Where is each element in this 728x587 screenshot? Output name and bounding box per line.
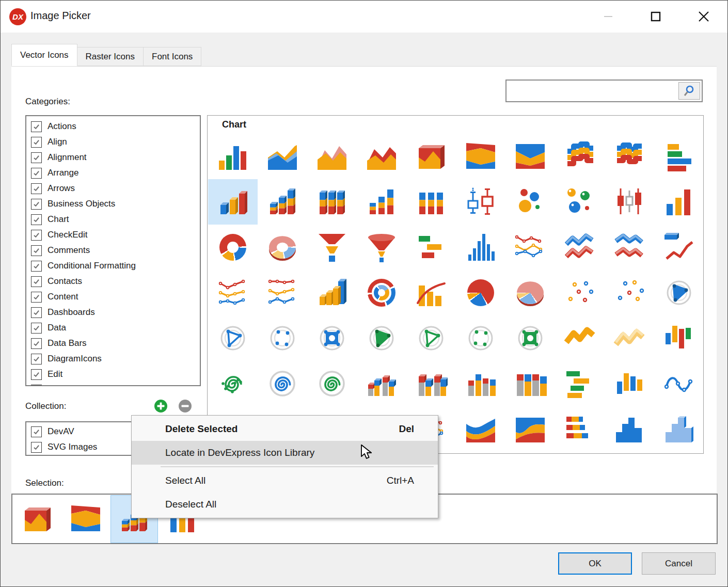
gallery-item-line-chart-2[interactable] bbox=[258, 270, 307, 315]
list-item-checkedit[interactable]: CheckEdit bbox=[26, 227, 200, 243]
gallery-item-radar-square-blue[interactable] bbox=[307, 315, 357, 361]
search-input[interactable] bbox=[509, 83, 676, 99]
gallery-item-area-block-3d[interactable] bbox=[406, 134, 456, 179]
gallery-item-wave-area-1[interactable] bbox=[456, 406, 505, 452]
maximize-button[interactable] bbox=[644, 1, 668, 33]
checkbox-checked-icon[interactable] bbox=[31, 230, 42, 241]
gallery-item-area-3d-2[interactable] bbox=[357, 134, 406, 179]
gallery-item-spiral-green[interactable] bbox=[307, 361, 357, 406]
gallery-item-bar-horizontal[interactable] bbox=[654, 134, 704, 179]
list-item-data[interactable]: Data bbox=[26, 320, 200, 336]
menu-item-deselect-all[interactable]: Deselect All bbox=[132, 493, 438, 516]
gallery-item-pie[interactable] bbox=[456, 270, 505, 315]
menu-item-select-all[interactable]: Select AllCtrl+A bbox=[132, 469, 438, 493]
gallery-item-radar-line-blue[interactable] bbox=[208, 315, 258, 361]
checkbox-checked-icon[interactable] bbox=[31, 152, 42, 163]
gallery-item-doughnut-3d[interactable] bbox=[258, 225, 307, 270]
checkbox-checked-icon[interactable] bbox=[31, 121, 42, 132]
checkbox-checked-icon[interactable] bbox=[31, 261, 42, 272]
list-item-data-bars[interactable]: Data Bars bbox=[26, 336, 200, 351]
checkbox-checked-icon[interactable] bbox=[31, 369, 42, 380]
checkbox-checked-icon[interactable] bbox=[31, 214, 42, 225]
gallery-item-area-3d-1[interactable] bbox=[307, 134, 357, 179]
gallery-item-radar-filled-blue[interactable] bbox=[654, 270, 704, 315]
gallery-item-step-stacked-2[interactable] bbox=[605, 134, 654, 179]
gallery-item-radar-filled-green[interactable] bbox=[357, 315, 406, 361]
gallery-item-range-zigzag[interactable] bbox=[555, 315, 605, 361]
gallery-item-step-area-blue[interactable] bbox=[605, 406, 654, 452]
gallery-item-points-1[interactable] bbox=[555, 270, 605, 315]
checkbox-checked-icon[interactable] bbox=[31, 354, 42, 364]
gallery-item-bubble-2[interactable] bbox=[555, 179, 605, 225]
tab-vector-icons[interactable]: Vector Icons bbox=[11, 44, 77, 66]
gallery-item-candlestick[interactable] bbox=[605, 179, 654, 225]
selection-item-area-block-3d[interactable] bbox=[13, 495, 61, 543]
list-item-edit[interactable]: Edit bbox=[26, 367, 200, 382]
checkbox-checked-icon[interactable] bbox=[31, 442, 42, 453]
gallery-item-gantt-2[interactable] bbox=[555, 361, 605, 406]
gallery-item-area-bowtie-blue[interactable] bbox=[505, 134, 555, 179]
checkbox-checked-icon[interactable] bbox=[31, 245, 42, 256]
checkbox-checked-icon[interactable] bbox=[31, 323, 42, 334]
gallery-item-bar-3d-asc[interactable] bbox=[208, 179, 258, 225]
gallery-item-area-chart[interactable] bbox=[258, 134, 307, 179]
gallery-item-points-2[interactable] bbox=[605, 270, 654, 315]
gallery-item-waterfall-3d-2[interactable] bbox=[406, 361, 456, 406]
checkbox-checked-icon[interactable] bbox=[31, 137, 42, 148]
minimize-button[interactable] bbox=[596, 1, 620, 33]
search-box[interactable] bbox=[505, 80, 703, 102]
gallery-item-wave-area-2[interactable] bbox=[505, 406, 555, 452]
gallery-item-bar-h-stacked[interactable] bbox=[555, 406, 605, 452]
gallery-item-bar-stacked-asc[interactable] bbox=[357, 179, 406, 225]
list-item-conditional-formatting[interactable]: Conditional Formatting bbox=[26, 258, 200, 274]
gallery-item-range-zigzag-3d[interactable] bbox=[605, 315, 654, 361]
checkbox-checked-icon[interactable] bbox=[31, 307, 42, 318]
gallery-item-radar-square-green[interactable] bbox=[505, 315, 555, 361]
gallery-item-waterfall-1[interactable] bbox=[456, 361, 505, 406]
checkbox-checked-icon[interactable] bbox=[31, 292, 42, 303]
gallery-item-bezier[interactable] bbox=[654, 361, 704, 406]
menu-item-delete-selected[interactable]: Delete SelectedDel bbox=[132, 417, 438, 441]
list-item-diagramicons[interactable]: DiagramIcons bbox=[26, 351, 200, 367]
gallery-item-zigzag-3d-1[interactable] bbox=[555, 225, 605, 270]
checkbox-checked-icon[interactable] bbox=[31, 426, 42, 437]
gallery-item-doughnut-nested[interactable] bbox=[357, 270, 406, 315]
list-item-chart[interactable]: Chart bbox=[26, 212, 200, 227]
gallery-item-pie-3d[interactable] bbox=[505, 270, 555, 315]
gallery-item-box-plot[interactable] bbox=[456, 179, 505, 225]
checkbox-checked-icon[interactable] bbox=[31, 276, 42, 287]
gallery-item-gantt-1[interactable] bbox=[406, 225, 456, 270]
gallery-item-funnel-3d[interactable] bbox=[357, 225, 406, 270]
list-item-align[interactable]: Align bbox=[26, 134, 200, 150]
search-button[interactable] bbox=[678, 82, 700, 100]
gallery-item-bar-simple-asc[interactable] bbox=[654, 179, 704, 225]
list-item-business-objects[interactable]: Business Objects bbox=[26, 196, 200, 212]
categories-list[interactable]: ActionsAlignAlignmentArrangeArrowsBusine… bbox=[25, 115, 201, 386]
gallery-item-bar-3d-stacked-asc[interactable] bbox=[258, 179, 307, 225]
checkbox-checked-icon[interactable] bbox=[31, 338, 42, 349]
gallery-item-zigzag-3d-2[interactable] bbox=[605, 225, 654, 270]
add-collection-button[interactable] bbox=[154, 399, 168, 413]
list-item-contacts[interactable]: Contacts bbox=[26, 274, 200, 289]
list-item-comments[interactable]: Comments bbox=[26, 243, 200, 258]
list-item-dashboards[interactable]: Dashboards bbox=[26, 305, 200, 320]
gallery-item-funnel[interactable] bbox=[307, 225, 357, 270]
gallery-item-spiral-dots[interactable] bbox=[208, 361, 258, 406]
gallery-item-range-bars-1[interactable] bbox=[654, 315, 704, 361]
selection-item-area-bowtie-red[interactable] bbox=[62, 495, 109, 543]
tab-font-icons[interactable]: Font Icons bbox=[143, 47, 201, 66]
gallery-item-bar-3d-stacked-eq[interactable] bbox=[307, 179, 357, 225]
list-item-alignment[interactable]: Alignment bbox=[26, 150, 200, 165]
gallery-item-bar-stacked-eq[interactable] bbox=[406, 179, 456, 225]
gallery-item-step-line[interactable] bbox=[654, 225, 704, 270]
list-item-arrange[interactable]: Arrange bbox=[26, 165, 200, 181]
gallery-item-scatter-lines[interactable] bbox=[505, 225, 555, 270]
list-item-actions[interactable]: Actions bbox=[26, 119, 200, 134]
ok-button[interactable]: OK bbox=[558, 552, 632, 575]
gallery-item-step-area-3d[interactable] bbox=[654, 406, 704, 452]
tab-raster-icons[interactable]: Raster Icons bbox=[77, 47, 144, 66]
gallery-item-bar-chart[interactable] bbox=[208, 134, 258, 179]
gallery-item-range-bars-2[interactable] bbox=[605, 361, 654, 406]
list-item-export[interactable]: Export bbox=[26, 382, 200, 386]
list-item-arrows[interactable]: Arrows bbox=[26, 181, 200, 196]
